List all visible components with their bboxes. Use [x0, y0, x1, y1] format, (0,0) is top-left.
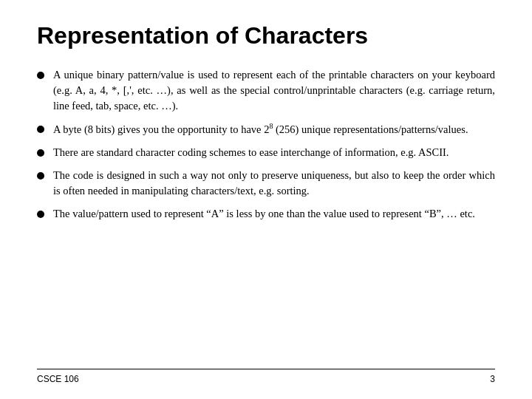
bullet-text: A unique binary pattern/value is used to…	[53, 67, 495, 114]
list-item: The value/pattern used to represent “A” …	[37, 206, 495, 222]
slide-footer: CSCE 106 3	[37, 369, 495, 384]
bullet-marker	[37, 149, 44, 157]
bullet-text: The value/pattern used to represent “A” …	[53, 206, 475, 222]
list-item: There are standard character coding sche…	[37, 145, 495, 160]
list-item: The code is designed in such a way not o…	[37, 168, 495, 199]
footer-course-label: CSCE 106	[37, 374, 79, 384]
bullet-marker	[37, 72, 44, 79]
list-item: A unique binary pattern/value is used to…	[37, 67, 495, 114]
superscript: 8	[269, 122, 273, 130]
bullet-marker	[37, 126, 44, 133]
bullet-marker	[37, 172, 44, 180]
slide: Representation of Characters A unique bi…	[0, 0, 532, 399]
footer-page-number: 3	[490, 374, 495, 384]
bullet-text: There are standard character coding sche…	[53, 145, 449, 160]
bullet-text: The code is designed in such a way not o…	[53, 168, 495, 199]
list-item: A byte (8 bits) gives you the opportunit…	[37, 121, 495, 137]
bullet-list: A unique binary pattern/value is used to…	[37, 67, 495, 361]
slide-title: Representation of Characters	[37, 22, 495, 50]
bullet-marker	[37, 211, 44, 218]
bullet-text: A byte (8 bits) gives you the opportunit…	[53, 121, 468, 137]
